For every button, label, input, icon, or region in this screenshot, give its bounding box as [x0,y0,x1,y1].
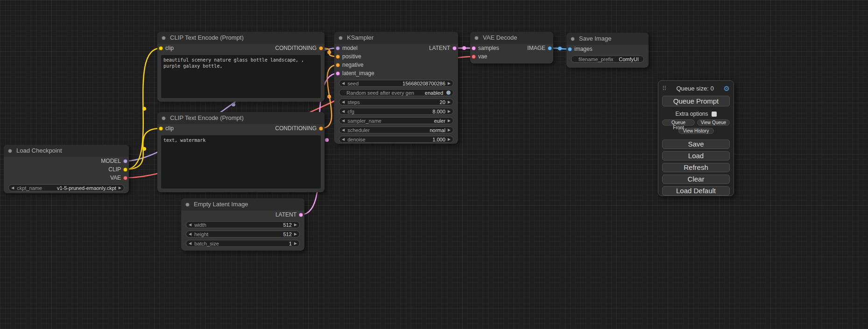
positive-prompt-textarea[interactable]: beautiful scenery nature glass bottle la… [161,55,321,98]
decrement-arrow-icon[interactable]: ◀ [342,80,345,86]
node-title-bar[interactable]: VAE Decode [470,32,553,44]
decrement-arrow-icon[interactable]: ◀ [189,231,191,237]
images-input-port[interactable] [568,47,572,51]
negative-prompt-textarea[interactable]: text, watermark [161,135,321,189]
increment-arrow-icon[interactable]: ▶ [119,185,121,191]
decrement-arrow-icon[interactable]: ◀ [342,99,345,105]
negative-input-port[interactable] [336,63,340,67]
widget-label: denoise [347,137,366,142]
node-graph-canvas[interactable]: Load Checkpoint MODEL CLIP VAE ◀ ckpt_na… [0,0,868,329]
widget-value: normal [430,127,445,133]
increment-arrow-icon[interactable]: ▶ [448,80,451,86]
decrement-arrow-icon[interactable]: ◀ [342,127,345,133]
input-label-positive: positive [342,53,361,60]
toggle-enabled-dot[interactable] [446,91,451,95]
increment-arrow-icon[interactable]: ▶ [294,222,297,228]
node-title-bar[interactable]: CLIP Text Encode (Prompt) [157,112,325,124]
collapse-dot-icon[interactable] [571,37,575,41]
samples-input-port[interactable] [472,46,476,50]
clip-input-port[interactable] [159,46,163,50]
node-save-image[interactable]: Save Image images filename_prefix ComfyU… [566,33,649,68]
node-title: Empty Latent Image [194,201,248,208]
positive-input-port[interactable] [336,55,340,59]
collapse-dot-icon[interactable] [162,116,166,120]
random-seed-toggle-widget[interactable]: Random seed after every gen enabled [339,89,453,96]
clip-output-port[interactable] [123,168,127,172]
link-dot [558,47,562,50]
node-title: KSampler [347,34,374,41]
node-title-bar[interactable]: KSampler [334,32,458,44]
node-empty-latent-image[interactable]: Empty Latent Image LATENT ◀ width 512 ▶ … [181,198,304,251]
node-clip-text-encode-negative[interactable]: CLIP Text Encode (Prompt) clip CONDITION… [157,112,325,192]
drag-handle-icon[interactable]: ⠿ [662,85,667,92]
increment-arrow-icon[interactable]: ▶ [448,99,451,105]
output-label-model: MODEL [101,157,121,165]
decrement-arrow-icon[interactable]: ◀ [189,222,191,228]
vae-input-port[interactable] [472,55,476,59]
model-input-port[interactable] [336,46,340,50]
queue-prompt-button[interactable]: Queue Prompt [662,96,730,106]
latent-output-port[interactable] [299,213,303,217]
filename-prefix-widget[interactable]: filename_prefix ComfyUI [571,56,644,63]
input-label-samples: samples [478,45,499,51]
vae-output-port[interactable] [123,176,127,180]
batch-size-widget[interactable]: ◀ batch_size 1 ▶ [186,240,300,247]
input-label-clip: clip [165,125,174,132]
model-output-port[interactable] [123,159,127,163]
node-title-bar[interactable]: CLIP Text Encode (Prompt) [157,32,325,44]
node-title-bar[interactable]: Load Checkpoint [4,145,129,157]
collapse-dot-icon[interactable] [185,203,190,207]
view-history-button[interactable]: View History [678,128,714,134]
output-label-latent: LATENT [275,210,296,219]
view-queue-button[interactable]: View Queue [697,119,730,126]
queue-front-button[interactable]: Queue Front [662,119,695,126]
clip-input-port[interactable] [159,126,163,131]
conditioning-output-port[interactable] [319,46,323,50]
load-button[interactable]: Load [662,151,730,161]
increment-arrow-icon[interactable]: ▶ [448,136,451,142]
node-title-bar[interactable]: Save Image [566,33,649,45]
decrement-arrow-icon[interactable]: ◀ [342,118,345,124]
steps-widget[interactable]: ◀ steps 20 ▶ [339,98,453,105]
node-clip-text-encode-positive[interactable]: CLIP Text Encode (Prompt) clip CONDITION… [157,32,325,102]
increment-arrow-icon[interactable]: ▶ [448,118,451,124]
increment-arrow-icon[interactable]: ▶ [294,240,297,246]
increment-arrow-icon[interactable]: ▶ [448,127,451,133]
increment-arrow-icon[interactable]: ▶ [448,108,451,114]
image-output-port[interactable] [548,46,552,50]
latent-output-port[interactable] [452,46,457,50]
latent-image-input-port[interactable] [336,71,340,76]
increment-arrow-icon[interactable]: ▶ [294,231,297,237]
decrement-arrow-icon[interactable]: ◀ [342,108,345,114]
save-button[interactable]: Save [662,140,730,149]
decrement-arrow-icon[interactable]: ◀ [11,185,14,191]
collapse-dot-icon[interactable] [474,36,479,40]
node-load-checkpoint[interactable]: Load Checkpoint MODEL CLIP VAE ◀ ckpt_na… [4,145,129,193]
collapse-dot-icon[interactable] [8,149,12,153]
node-vae-decode[interactable]: VAE Decode samples IMAGE vae [470,32,553,63]
widget-label: filename_prefix [579,56,614,62]
decrement-arrow-icon[interactable]: ◀ [342,136,345,142]
seed-widget[interactable]: ◀ seed 156680208700286 ▶ [339,80,453,87]
collapse-dot-icon[interactable] [162,36,166,40]
denoise-widget[interactable]: ◀ denoise 1.000 ▶ [339,136,453,143]
cfg-widget[interactable]: ◀ cfg 8.000 ▶ [339,108,453,115]
collapse-dot-icon[interactable] [339,36,343,40]
node-title-bar[interactable]: Empty Latent Image [181,198,304,210]
conditioning-output-port[interactable] [319,126,323,131]
settings-gear-icon[interactable]: ⚙ [724,85,730,92]
output-row-model: MODEL [4,157,129,165]
height-widget[interactable]: ◀ height 512 ▶ [186,231,300,238]
load-default-button[interactable]: Load Default [662,186,730,196]
width-widget[interactable]: ◀ width 512 ▶ [186,221,300,228]
input-label-model: model [342,45,358,51]
node-ksampler[interactable]: KSampler model LATENT positive negative … [334,32,458,144]
scheduler-widget[interactable]: ◀ scheduler normal ▶ [339,126,453,133]
extra-options-checkbox[interactable] [712,112,717,117]
ckpt-name-widget[interactable]: ◀ ckpt_name v1-5-pruned-emaonly.ckpt ▶ [8,184,124,191]
sampler-name-widget[interactable]: ◀ sampler_name euler ▶ [339,117,453,124]
refresh-button[interactable]: Refresh [662,163,730,172]
clear-button[interactable]: Clear [662,175,730,184]
widget-label: cfg [347,109,354,114]
decrement-arrow-icon[interactable]: ◀ [189,240,191,246]
